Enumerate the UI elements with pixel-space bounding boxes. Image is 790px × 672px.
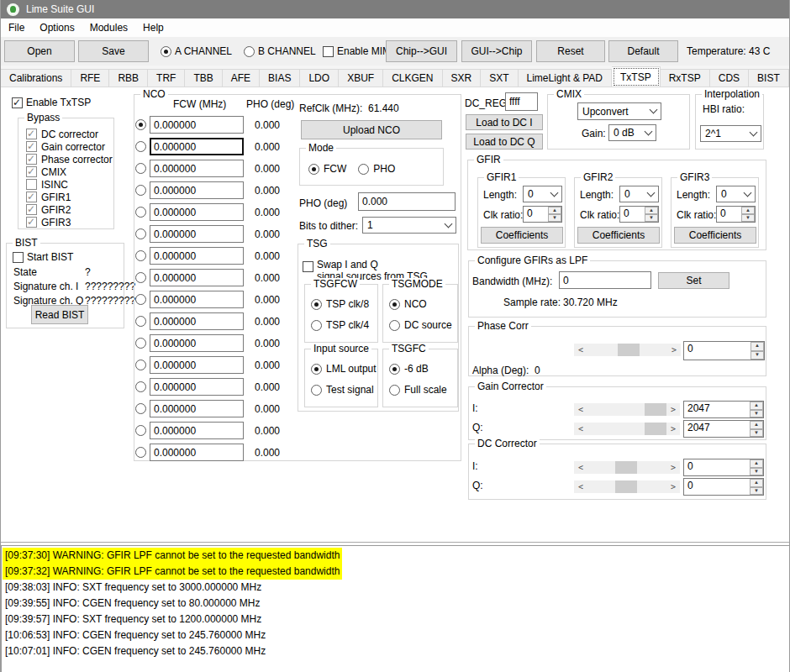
tab[interactable]: SXT (481, 69, 518, 87)
tsgfc-radio[interactable]: Full scale (389, 384, 447, 396)
nco-fcw-input[interactable] (150, 378, 244, 396)
phase-corr-scrollbar[interactable]: < > (574, 344, 681, 356)
spin-up-icon[interactable]: ▲ (750, 421, 763, 429)
gfir-coefficients-button[interactable]: Coefficients (481, 227, 563, 244)
open-button[interactable]: Open (4, 40, 75, 62)
nco-select-radio[interactable] (135, 228, 146, 239)
tsgmode-radio-icon[interactable] (389, 299, 400, 310)
bits-to-dither-select[interactable]: 1 (362, 217, 456, 234)
start-bist-checkbox-icon[interactable] (13, 252, 24, 263)
spinner-buttons[interactable]: ▲▼ (750, 459, 763, 475)
set-button[interactable]: Set (658, 272, 729, 289)
bypass-checkbox[interactable]: GFIR1 (26, 191, 113, 203)
gfir-clk-ratio-spinner[interactable]: 0 ▲▼ (716, 206, 756, 223)
scrollbar-thumb[interactable] (645, 403, 666, 416)
tsgmode-radio[interactable]: NCO (389, 298, 452, 310)
gfir-length-select[interactable]: 0 (619, 186, 659, 202)
nco-select-radio[interactable] (135, 316, 146, 327)
spin-up-icon[interactable]: ▲ (750, 402, 763, 410)
nco-fcw-input[interactable] (150, 225, 244, 243)
scroll-left-icon[interactable]: < (574, 461, 587, 474)
scroll-right-icon[interactable]: > (666, 480, 680, 493)
tab[interactable]: LimeLight & PAD (519, 69, 613, 87)
spin-down-icon[interactable]: ▼ (750, 429, 763, 438)
scroll-left-icon[interactable]: < (574, 403, 587, 416)
nco-select-radio[interactable] (135, 294, 146, 305)
nco-select-radio[interactable] (135, 185, 146, 196)
tsgfc-radio-icon[interactable] (389, 385, 400, 396)
tab[interactable]: TxTSP (612, 66, 661, 87)
nco-fcw-input[interactable] (150, 334, 244, 352)
read-bist-button[interactable]: Read BIST (31, 305, 88, 324)
nco-select-radio[interactable] (135, 207, 146, 218)
scroll-left-icon[interactable]: < (574, 480, 587, 493)
nco-fcw-input[interactable] (150, 138, 244, 155)
bypass-checkbox[interactable]: Phase corrector (26, 153, 113, 165)
nco-fcw-input[interactable] (150, 269, 244, 286)
nco-select-radio[interactable] (135, 360, 146, 370)
channel-b-radio-icon[interactable] (244, 46, 255, 57)
scroll-right-icon[interactable]: > (667, 344, 681, 356)
swap-iq-checkbox-icon[interactable] (303, 261, 313, 272)
nco-fcw-input[interactable] (150, 291, 244, 308)
input-source-radio[interactable]: LML output (311, 363, 377, 375)
bypass-checkbox[interactable]: ISINC (26, 178, 113, 191)
nco-select-radio[interactable] (135, 403, 146, 414)
bypass-checkbox-icon[interactable] (26, 141, 37, 152)
nco-select-radio[interactable] (135, 163, 146, 174)
gain-q-spinner[interactable]: 2047 ▲▼ (683, 420, 764, 438)
bypass-checkbox-icon[interactable] (26, 129, 37, 139)
gfir-clk-ratio-spinner[interactable]: 0 ▲▼ (523, 206, 562, 223)
scrollbar-track[interactable] (587, 480, 666, 493)
spin-up-icon[interactable]: ▲ (750, 479, 763, 487)
spin-down-icon[interactable]: ▼ (750, 351, 764, 360)
spinner-buttons[interactable]: ▲▼ (750, 421, 763, 437)
channel-a-radio[interactable]: A CHANNEL (161, 45, 232, 57)
menu-item[interactable]: Modules (82, 18, 135, 37)
scroll-left-icon[interactable]: < (574, 423, 587, 435)
spinner-buttons[interactable]: ▲▼ (548, 207, 561, 222)
bypass-checkbox[interactable]: DC corrector (26, 128, 113, 140)
spin-down-icon[interactable]: ▼ (645, 214, 658, 222)
input-source-radio-icon[interactable] (311, 364, 322, 375)
spinner-buttons[interactable]: ▲▼ (750, 402, 763, 417)
tab[interactable]: AFE (223, 69, 260, 87)
pho-deg-input[interactable] (358, 192, 456, 211)
spin-down-icon[interactable]: ▼ (548, 214, 561, 222)
spin-down-icon[interactable]: ▼ (750, 487, 763, 496)
upload-nco-button[interactable]: Upload NCO (301, 120, 442, 139)
nco-fcw-input[interactable] (150, 181, 244, 199)
spin-up-icon[interactable]: ▲ (750, 342, 764, 351)
bandwidth-input[interactable] (559, 271, 651, 289)
spin-up-icon[interactable]: ▲ (750, 459, 763, 468)
bypass-checkbox-icon[interactable] (26, 179, 37, 190)
spin-up-icon[interactable]: ▲ (645, 207, 658, 214)
tab[interactable]: CDS (710, 69, 749, 87)
mode-radio[interactable]: PHO (358, 163, 395, 175)
mode-radio[interactable]: FCW (308, 163, 346, 175)
bypass-checkbox-icon[interactable] (26, 217, 37, 228)
chip-to-gui-button[interactable]: Chip-->GUI (386, 40, 457, 62)
spinner-buttons[interactable]: ▲▼ (750, 342, 764, 360)
load-to-dc-q-button[interactable]: Load to DC Q (466, 134, 543, 150)
scroll-right-icon[interactable]: > (666, 423, 680, 435)
nco-fcw-input[interactable] (150, 400, 244, 417)
scrollbar-thumb[interactable] (615, 480, 637, 493)
bypass-checkbox-icon[interactable] (26, 154, 37, 165)
gfir-length-select[interactable]: 0 (523, 186, 562, 202)
nco-select-radio[interactable] (135, 141, 146, 152)
reset-button[interactable]: Reset (536, 40, 605, 62)
dc-q-spinner[interactable]: 0 ▲▼ (683, 478, 764, 496)
tab[interactable]: RFE (71, 69, 109, 87)
tsgmode-radio[interactable]: DC source (389, 319, 452, 331)
bypass-checkbox-icon[interactable] (26, 192, 37, 202)
tab[interactable]: CLKGEN (383, 69, 442, 87)
tsgfcw-radio-icon[interactable] (311, 299, 322, 310)
menu-item[interactable]: Options (32, 18, 82, 37)
nco-fcw-input[interactable] (150, 356, 244, 374)
scrollbar-track[interactable] (587, 461, 666, 474)
dc-q-scrollbar[interactable]: < > (574, 480, 680, 493)
input-source-radio-icon[interactable] (311, 385, 322, 396)
enable-txtsp-checkbox[interactable]: Enable TxTSP (12, 97, 91, 108)
gui-to-chip-button[interactable]: GUI-->Chip (461, 40, 532, 62)
